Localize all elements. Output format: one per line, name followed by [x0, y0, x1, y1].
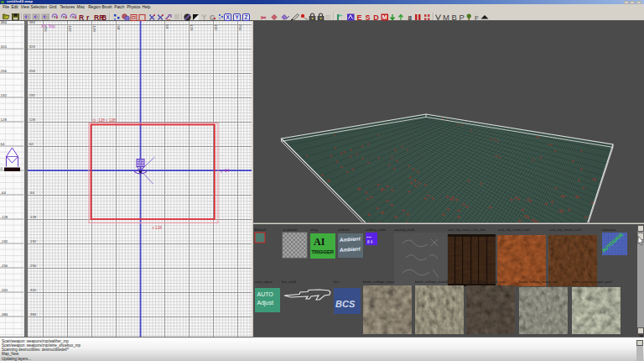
svg-text:64: 64 [29, 142, 33, 146]
svg-text:autosave: autosave [602, 228, 616, 232]
svg-text:Z: Z [245, 14, 248, 20]
svg-text:x 128: x 128 [152, 226, 162, 230]
svg-text:ai_default: ai_default [283, 228, 298, 232]
svg-text:-64: -64 [1, 191, 7, 195]
svg-text:192: 192 [213, 24, 217, 31]
svg-text:256: 256 [29, 69, 35, 73]
svg-text:aud_chp_mace_cha_trim: aud_chp_mace_cha_trim [448, 228, 486, 232]
svg-text:B: B [101, 13, 106, 22]
svg-text:S: S [366, 13, 371, 21]
svg-text:aitrig: aitrig [310, 228, 318, 232]
svg-text:-192: -192 [1, 239, 8, 243]
svg-text:berlin_ceilings_metal2: berlin_ceilings_metal2 [415, 280, 449, 284]
svg-text:128: 128 [29, 118, 35, 122]
svg-text:-256: -256 [1, 264, 8, 268]
svg-text:-128: -128 [91, 24, 96, 32]
svg-text:berlin_ceilings_paper_peel: berlin_ceilings_paper_peel [572, 280, 612, 284]
svg-text:-320: -320 [1, 288, 8, 292]
svg-text:-320: -320 [29, 288, 36, 292]
svg-text:64: 64 [1, 142, 5, 146]
svg-text:320: 320 [1, 44, 8, 49]
svg-text:auto_adjust: auto_adjust [255, 280, 273, 284]
svg-text:Adjust: Adjust [257, 300, 274, 306]
svg-text:-128: -128 [1, 215, 8, 219]
svg-text:128: 128 [1, 118, 8, 122]
svg-text:⌁⌁: ⌁⌁ [366, 234, 371, 239]
svg-text:8 4: 8 4 [367, 240, 373, 244]
svg-text:ambient: ambient [338, 228, 351, 232]
svg-text:-384: -384 [1, 312, 8, 317]
svg-text:-192: -192 [29, 239, 36, 243]
svg-text:$default: $default [254, 228, 267, 232]
svg-text:X: X [226, 14, 231, 20]
svg-text:-256: -256 [29, 264, 36, 268]
svg-text:BCS: BCS [335, 299, 356, 309]
svg-text:AUTO: AUTO [257, 291, 274, 297]
svg-text:384: 384 [1, 21, 8, 24]
svg-text:(x -128 y 128): (x -128 y 128) [92, 118, 117, 123]
svg-text:berlin_ceilings_metal_rust: berlin_ceilings_metal_rust [466, 280, 506, 284]
svg-text:-128: -128 [29, 215, 36, 219]
svg-text:-384: -384 [29, 312, 36, 317]
svg-text:-64: -64 [29, 191, 34, 195]
svg-text:M: M [382, 14, 387, 20]
svg-text:TRIGGER: TRIGGER [312, 249, 335, 254]
svg-text:R: R [79, 13, 84, 22]
svg-text:artillery_radar: artillery_radar [366, 228, 387, 232]
svg-text:aud_chp_metal_rust2: aud_chp_metal_rust2 [549, 228, 582, 232]
svg-text:berlin_ceilings_metal_wet: berlin_ceilings_metal_wet [519, 280, 558, 284]
svg-text:bcs: bcs [334, 280, 339, 284]
svg-text:y -64: y -64 [221, 169, 230, 173]
svg-text:128: 128 [189, 24, 193, 31]
svg-text:-192: -192 [67, 24, 71, 32]
svg-text:8: 8 [408, 14, 413, 22]
svg-text:ascend_chalk: ascend_chalk [394, 228, 414, 232]
svg-text:AI: AI [314, 236, 325, 248]
svg-text:64: 64 [164, 24, 169, 29]
svg-text:aud_chp_metal_rust1: aud_chp_metal_rust1 [498, 228, 531, 232]
svg-text:256: 256 [1, 69, 8, 73]
svg-text:F: F [475, 14, 479, 22]
svg-text:384: 384 [29, 21, 35, 24]
svg-text:B: B [452, 13, 457, 21]
svg-text:256: 256 [237, 24, 242, 31]
svg-text:M: M [443, 13, 449, 21]
svg-text:320: 320 [29, 44, 35, 49]
svg-text:Y: Y [236, 14, 240, 20]
svg-text:r: r [86, 13, 90, 22]
svg-text:bar_chalk: bar_chalk [282, 280, 296, 284]
svg-text:-64: -64 [116, 24, 120, 30]
svg-text:192: 192 [1, 93, 8, 97]
svg-text:D: D [373, 13, 379, 21]
svg-text:E: E [357, 13, 362, 21]
svg-text:P: P [460, 13, 465, 21]
svg-text:XY Top: XY Top [41, 24, 55, 29]
svg-text:✂: ✂ [261, 14, 267, 22]
svg-text:192: 192 [29, 93, 35, 97]
svg-text:berlin_ceilings_mace: berlin_ceilings_mace [363, 280, 395, 284]
svg-text:G: G [210, 13, 216, 22]
